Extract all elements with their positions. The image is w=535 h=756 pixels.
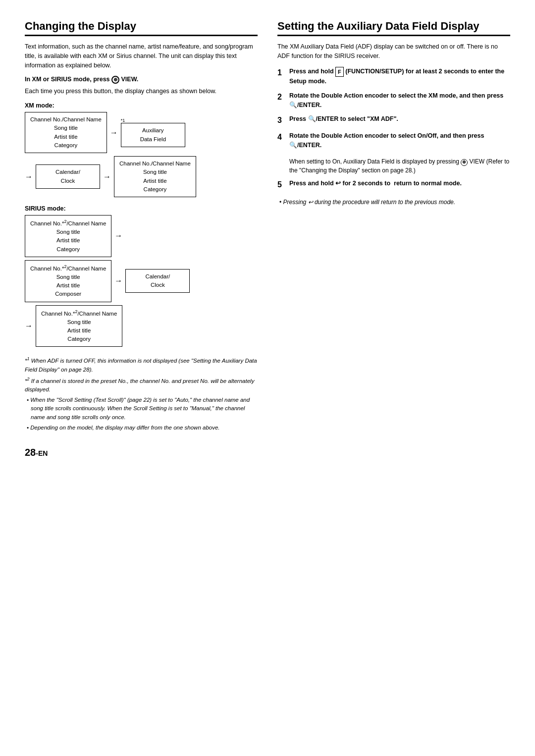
sirius-row-1: Channel No.*2/Channel NameSong titleArti… bbox=[25, 215, 258, 257]
xm-mode-diagram: Channel No./Channel NameSong titleArtist… bbox=[25, 112, 258, 197]
arrow-3: → bbox=[103, 172, 111, 181]
left-section-title: Changing the Display bbox=[25, 20, 258, 36]
step-2-text: Rotate the Double Action encoder to sele… bbox=[289, 91, 510, 110]
sirius-arrow-3: → bbox=[25, 322, 33, 330]
step-3: 3 Press 🔍/ENTER to select "XM ADF". bbox=[277, 114, 510, 126]
arrow-2: → bbox=[25, 172, 33, 181]
footnote-bullet-2: • Depending on the model, the display ma… bbox=[25, 424, 258, 432]
step-5: 5 Press and hold ↩ for 2 seconds to retu… bbox=[277, 179, 510, 191]
left-column: Changing the Display Text information, s… bbox=[25, 20, 258, 458]
sirius-arrow-2: → bbox=[114, 276, 122, 285]
arrow-1: → bbox=[110, 128, 118, 137]
right-column: Setting the Auxiliary Data Field Display… bbox=[277, 20, 510, 210]
step-2-num: 2 bbox=[277, 91, 285, 110]
step-5-text: Press and hold ↩ for 2 seconds to return… bbox=[289, 179, 510, 191]
page-num-value: 28 bbox=[25, 447, 36, 458]
step-3-num: 3 bbox=[277, 114, 285, 126]
xm-row-1: Channel No./Channel NameSong titleArtist… bbox=[25, 112, 258, 153]
xm-box-3: Channel No./Channel NameSong titleArtist… bbox=[114, 156, 196, 197]
steps-list-2: 5 Press and hold ↩ for 2 seconds to retu… bbox=[277, 179, 510, 191]
right-section-title: Setting the Auxiliary Data Field Display bbox=[277, 20, 510, 36]
view-button-label: VIEW bbox=[121, 76, 137, 83]
step-4: 4 Rotate the Double Action encoder to se… bbox=[277, 131, 510, 150]
function-btn: F bbox=[335, 67, 344, 77]
step-3-text: Press 🔍/ENTER to select "XM ADF". bbox=[289, 114, 510, 126]
step-4-num: 4 bbox=[277, 131, 285, 150]
xm-row-2: → Calendar/Clock → Channel No./Channel N… bbox=[25, 156, 258, 197]
right-intro: The XM Auxiliary Data Field (ADF) displa… bbox=[277, 42, 510, 61]
page-suffix: -EN bbox=[36, 449, 48, 457]
xm-box-2: AuxiliaryData Field bbox=[121, 123, 185, 147]
step-4-text: Rotate the Double Action encoder to sele… bbox=[289, 131, 510, 150]
sirius-row-2: Channel No.*2/Channel NameSong titleArti… bbox=[25, 260, 258, 302]
footnote-2: *2 If a channel is stored in the preset … bbox=[25, 376, 258, 394]
view-circle-icon: ⊕ bbox=[111, 76, 119, 84]
footnote-1: *1 When ADF is turned OFF, this informat… bbox=[25, 356, 258, 374]
page-number: 28-EN bbox=[25, 447, 258, 458]
xm-box-1: Channel No./Channel NameSong titleArtist… bbox=[25, 112, 107, 153]
sirius-mode-label: SIRIUS mode: bbox=[25, 205, 258, 212]
xm-mode-label: XM mode: bbox=[25, 102, 258, 109]
xm-box-calendar: Calendar/Clock bbox=[36, 164, 100, 189]
step-4-note: When setting to On, Auxiliary Data Field… bbox=[289, 157, 510, 175]
sirius-box-calendar: Calendar/Clock bbox=[125, 269, 190, 293]
steps-list: 1 Press and hold F (FUNCTION/SETUP) for … bbox=[277, 67, 510, 150]
sirius-box-3: Channel No.*2/Channel NameSong titleArti… bbox=[36, 305, 122, 347]
sirius-box-2: Channel No.*2/Channel NameSong titleArti… bbox=[25, 260, 111, 302]
sirius-row-3: → Channel No.*2/Channel NameSong titleAr… bbox=[25, 305, 258, 347]
footnotes-area: *1 When ADF is turned OFF, this informat… bbox=[25, 356, 258, 432]
page-layout: Changing the Display Text information, s… bbox=[25, 20, 510, 458]
step-5-num: 5 bbox=[277, 179, 285, 191]
view-label-text: In XM or SIRIUS mode, press bbox=[25, 76, 111, 83]
sirius-arrow-1: → bbox=[114, 231, 122, 240]
left-intro: Text information, such as the channel na… bbox=[25, 42, 258, 70]
view-circle-note: ⊕ bbox=[461, 159, 468, 166]
footnote-bullet-1: • When the "Scroll Setting (Text Scroll)… bbox=[25, 396, 258, 422]
each-time-text: Each time you press this button, the dis… bbox=[25, 87, 258, 96]
view-instruction: In XM or SIRIUS mode, press ⊕ VIEW. bbox=[25, 76, 258, 84]
step-1-num: 1 bbox=[277, 67, 285, 86]
step-5-bullet: • Pressing ↩ during the procedure will r… bbox=[277, 198, 510, 207]
step-1: 1 Press and hold F (FUNCTION/SETUP) for … bbox=[277, 67, 510, 86]
step-1-text: Press and hold F (FUNCTION/SETUP) for at… bbox=[289, 67, 510, 86]
sirius-box-1: Channel No.*2/Channel NameSong titleArti… bbox=[25, 215, 111, 257]
view-period: . bbox=[137, 76, 138, 83]
step-2: 2 Rotate the Double Action encoder to se… bbox=[277, 91, 510, 110]
sirius-mode-diagram: Channel No.*2/Channel NameSong titleArti… bbox=[25, 215, 258, 347]
footnote-sup-1: *1 bbox=[121, 118, 125, 123]
